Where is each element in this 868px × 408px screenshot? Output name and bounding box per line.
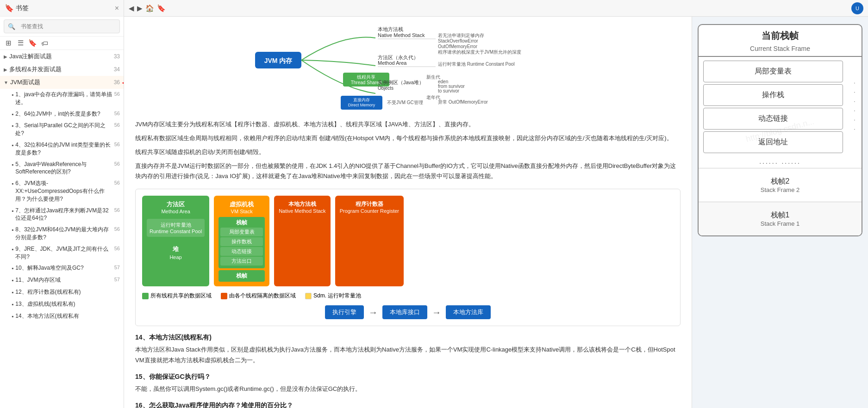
sidebar-item-jvm-6-text: 6、JVM选项-XX:+UseCompressedOops有什么作用？为什么要使… [15, 179, 112, 203]
svg-text:程序请求的栈深度大于JVM所允许的深度: 程序请求的栈深度大于JVM所允许的深度 [438, 49, 521, 55]
sidebar-item-jvm-10-text: 10、解释Java堆空间及GC? [15, 264, 83, 272]
nav-forward-icon[interactable]: ▶ [137, 4, 143, 12]
bookmark-icon-2: ▪ [12, 111, 13, 118]
stack-frame1-label: 栈帧1 [703, 210, 857, 220]
toolbar-grid-icon[interactable]: ⊞ [4, 38, 13, 48]
arrow-2: → [432, 307, 441, 318]
toolbar-bookmark-icon[interactable]: 🔖 [28, 38, 37, 48]
bookmark-icon-11: ▪ [12, 277, 13, 284]
svg-text:方法区（永久代）: 方法区（永久代） [378, 55, 418, 60]
sidebar-item-jvm-8-num: 56 [112, 226, 120, 233]
pc-register-label: 程序计数器 [340, 200, 399, 208]
bookmark-add-icon[interactable]: 🔖 [157, 4, 166, 12]
home-icon[interactable]: 🏠 [145, 4, 154, 12]
sidebar-item-jvm-9-num: 56 [112, 245, 120, 252]
sidebar-item-jvm-11-text: 11、JVM内存区域 [15, 276, 60, 284]
sidebar-item-jvm-12[interactable]: ▪ 12、程序计数器(线程私有) [0, 286, 124, 298]
article-jvm-desc1: JVM内存区域主要分为线程私有区域【程序计数器、虚拟机栈、本地方法栈】、线程共享… [135, 119, 681, 130]
sidebar-item-jvm-7-num: 56 [112, 207, 120, 214]
sidebar-item-jvm-7[interactable]: ▪ 7、怎样通过Java程序来判断JVM是32位还是64位? 56 [0, 205, 124, 224]
bookmark-icon-13: ▪ [12, 301, 13, 309]
native-method-label-en: Native Method Stack [279, 208, 326, 214]
sidebar-item-jvm-4[interactable]: ▪ 4、32位和64位的JVM int类型变量的长度是多数? 56 [0, 139, 124, 159]
sidebar-item-jvm-1[interactable]: ▪ 1、java中会存在内存泄漏吗，请简单描述。 56 [0, 89, 124, 108]
svg-text:线程共享: 线程共享 [357, 74, 375, 80]
frame-row-local: 局部变量表 [220, 228, 263, 236]
sidebar-item-jvm-2-text: 2、64位JVM中，int的长度是多数? [15, 110, 100, 118]
stack-frame2-sub: Stack Frame 2 [703, 186, 857, 193]
dots-separator: ...... ...... [699, 155, 862, 168]
sidebar-item-jvm-13-text: 13、虚拟机线(线程私有) [15, 300, 75, 308]
sidebar-item-jvm-5-num: 56 [112, 161, 120, 167]
svg-text:OutOfMemoryError: OutOfMemoryError [438, 44, 478, 49]
sidebar-item-jvm-3[interactable]: ▪ 3、Serial与Parallel GC之间的不同之处? 56 [0, 120, 124, 139]
sidebar-group-multithread-header[interactable]: ▶ 多线程&并发面试题 34 [0, 63, 124, 76]
local-var-table-row: 局部变量表 [703, 61, 843, 82]
red-arrow-indicator: ◀ [122, 77, 124, 88]
method-area-label: 方法区 [147, 200, 205, 209]
article-content: JVM 内存 本地方法栈 Native Method Stack 若无法申请到足… [124, 17, 692, 408]
method-area-label-en: Method Area [147, 209, 205, 214]
runtime-constant-box: 运行时常量池Runtime Constant Pool [147, 219, 205, 237]
sidebar-item-jvm-10[interactable]: ▪ 10、解释Java堆空间及GC? 57 [0, 262, 124, 274]
sidebar-search-area: 🔍 [0, 17, 124, 37]
bookmark-icon-3: ▪ [12, 122, 13, 130]
toolbar-list-icon[interactable]: ☰ [16, 38, 25, 48]
content-area: JVM 内存 本地方法栈 Native Method Stack 若无法申请到足… [124, 17, 868, 408]
pc-register-box: 程序计数器 Program Counter Register [335, 196, 404, 286]
bookmark-icon-1: ▪ [12, 91, 13, 99]
diagram-legend: 所有线程共享的数据区域 由各个线程隔离的数据区域 Sdm. 运行时常量池 [142, 292, 674, 300]
sidebar-toolbar: ⊞ ☰ 🔖 🏷 [0, 37, 124, 50]
article-jvm-desc3: 线程共享区域随虚拟机的启动/关闭而创建/销毁。 [135, 147, 681, 157]
sidebar-item-jvm-2[interactable]: ▪ 2、64位JVM中，int的长度是多数? 56 [0, 108, 124, 120]
bookmark-icon-5: ▪ [12, 161, 13, 169]
sidebar-item-jvm-8[interactable]: ▪ 8、32位JVM和64位JVM的最大堆内存分别是多数? 56 [0, 224, 124, 243]
vm-stack-label-en: VM Stack [219, 209, 265, 214]
bookmark-icon-8: ▪ [12, 226, 13, 234]
sidebar-item-jvm-6-num: 56 [112, 179, 120, 186]
sidebar-group-multithread-label: 多线程&并发面试题 [9, 65, 62, 74]
qa-14-answer: 本地方法区和Java Stack作用类似，区别是虚拟机栈为执行Java方法服务，… [135, 345, 681, 365]
qa-section-15: 15、你能保证GC执行吗？ 不能，虽然你可以调用System.gc()或者Run… [135, 373, 681, 394]
vm-stack-box: 虚拟机栈 VM Stack 栈帧 局部变量表 操作数栈 动态链接 方法出口 栈帧 [214, 196, 269, 286]
sidebar-item-jvm-11[interactable]: ▪ 11、JVM内存区域 57 [0, 274, 124, 286]
sidebar-group-jvm-header[interactable]: ▼ JVM面试题 36 ◀ [0, 76, 124, 89]
svg-text:异常 OutOfMemoryError: 异常 OutOfMemoryError [438, 99, 488, 105]
svg-text:Method Area: Method Area [378, 60, 407, 66]
vm-stack-frame2: 栈帧 [219, 270, 265, 282]
qa-15-question: 15、你能保证GC执行吗？ [135, 373, 681, 381]
chevron-right-icon: ▶ [4, 54, 7, 59]
sidebar-item-jvm-5[interactable]: ▪ 5、Java中WeakReference与SoftReference的区别?… [0, 159, 124, 178]
nav-back-icon[interactable]: ◀ [129, 4, 134, 12]
svg-text:JVM 内存: JVM 内存 [264, 57, 293, 64]
jvm-architecture-diagram: 方法区 Method Area 运行时常量池Runtime Constant P… [135, 189, 681, 326]
sidebar-group-java-annotation-header[interactable]: ▶ Java注解面试题 33 [0, 50, 124, 63]
sidebar-group-jvm: ▼ JVM面试题 36 ◀ ▪ 1、java中会存在内存泄漏吗，请简单描述。 5… [0, 76, 124, 322]
sidebar-item-jvm-10-num: 57 [112, 264, 120, 271]
bookmark-icon-12: ▪ [12, 289, 13, 297]
sidebar-item-jvm-1-num: 56 [112, 91, 120, 98]
search-icon: 🔍 [8, 23, 15, 30]
jvm-memory-svg: JVM 内存 本地方法栈 Native Method Stack 若无法申请到足… [250, 24, 565, 112]
search-input[interactable] [17, 21, 116, 31]
top-toolbar: ◀ ▶ 🏠 🔖 U [124, 0, 868, 17]
sidebar-item-jvm-9[interactable]: ▪ 9、JRE、JDK、JVM及JIT之间有什么不同? 56 [0, 243, 124, 263]
main-area: ◀ ▶ 🏠 🔖 U JVM 内存 本地方法栈 [124, 0, 868, 408]
sidebar-item-jvm-9-text: 9、JRE、JDK、JVM及JIT之间有什么不同? [15, 245, 112, 261]
sidebar-item-jvm-14[interactable]: ▪ 14、本地方法区(线程私有 [0, 310, 124, 322]
sidebar-item-jvm-13[interactable]: ▪ 13、虚拟机线(线程私有) [0, 298, 124, 310]
sidebar-items-list: ▶ Java注解面试题 33 ▶ 多线程&并发面试题 34 ▼ JVM面试题 3… [0, 50, 124, 408]
sidebar-item-jvm-4-num: 56 [112, 141, 120, 148]
svg-text:Objects: Objects [378, 86, 393, 91]
native-method-stack-box: 本地方法栈 Native Method Stack [274, 196, 331, 286]
sidebar-item-jvm-6[interactable]: ▪ 6、JVM选项-XX:+UseCompressedOops有什么作用？为什么… [0, 178, 124, 204]
native-method-label: 本地方法栈 [279, 200, 326, 208]
user-avatar[interactable]: U [851, 2, 863, 14]
sidebar-close-button[interactable]: × [115, 4, 119, 12]
article-jvm-desc2: 线程私有数据区域生命周期与线程相同，依赖用户程序的启动/结束而 创建/销毁(在H… [135, 133, 681, 143]
pc-register-label-en: Program Counter Register [340, 208, 399, 214]
svg-text:Thread Shared: Thread Shared [351, 80, 382, 85]
toolbar-tag-icon[interactable]: 🏷 [40, 38, 49, 48]
stack-frame-diagram: http://blog.csdn.n... 当前栈帧 Current Stack… [698, 24, 862, 236]
exec-engine-box: 执行引擎 [325, 305, 364, 319]
